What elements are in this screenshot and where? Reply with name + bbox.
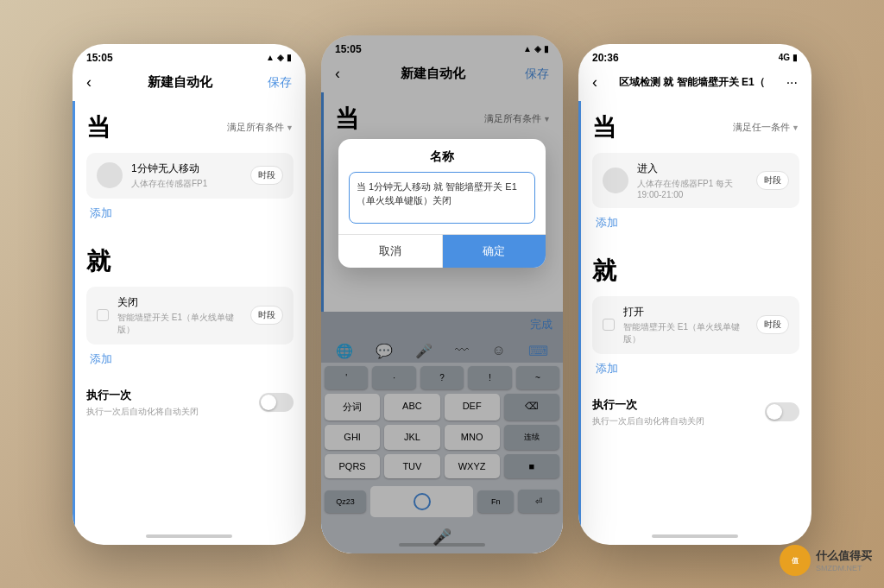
home-indicator-right xyxy=(578,528,811,545)
rule-time-btn-then[interactable]: 时段 xyxy=(250,306,283,325)
when-rule-item-right[interactable]: 进入 人体存在传感器FP1 每天 19:00-21:00 时段 xyxy=(592,153,799,208)
checkbox-open[interactable] xyxy=(603,319,615,331)
nav-title-right: 区域检测 就 智能墙壁开关 E1（ xyxy=(619,75,765,90)
execute-toggle-right[interactable] xyxy=(765,402,799,421)
then-title-right: 就 xyxy=(592,255,616,288)
add-then-btn[interactable]: 添加 xyxy=(90,351,294,367)
rule-icon-motion xyxy=(97,162,123,188)
then-rule-sub: 智能墙壁开关 E1（单火线单键版） xyxy=(117,312,242,336)
dialog-textarea[interactable]: 当 1分钟无人移动 就 智能墙壁开关 E1（单火线单键版）关闭 xyxy=(349,172,535,224)
execute-toggle-left[interactable] xyxy=(259,393,294,412)
rename-dialog: 名称 当 1分钟无人移动 就 智能墙壁开关 E1（单火线单键版）关闭 取消 确定 xyxy=(338,139,546,268)
when-rule-item-left[interactable]: 1分钟无人移动 人体存在传感器FP1 时段 xyxy=(86,153,294,199)
save-button-left[interactable]: 保存 xyxy=(268,75,292,91)
then-title-left: 就 xyxy=(86,245,110,278)
dialog-buttons: 取消 确定 xyxy=(338,234,546,268)
phone-right: 20:36 4G ▮ ‹ 区域检测 就 智能墙壁开关 E1（ ··· 当 满足任… xyxy=(578,44,811,545)
rule-icon-enter xyxy=(603,168,628,193)
dialog-overlay: 名称 当 1分钟无人移动 就 智能墙壁开关 E1（单火线单键版）关闭 取消 确定 xyxy=(321,35,563,553)
when-condition-left: 满足所有条件 ▼ xyxy=(227,121,294,134)
nav-title-left: 新建自动化 xyxy=(148,74,212,91)
add-then-btn-right[interactable]: 添加 xyxy=(596,361,799,376)
rule-time-btn-then-right[interactable]: 时段 xyxy=(756,315,789,334)
more-button-right[interactable]: ··· xyxy=(786,75,798,91)
then-section-header: 就 xyxy=(86,245,294,278)
nav-bar-left: ‹ 新建自动化 保存 xyxy=(73,68,306,101)
rule-time-btn-when-right[interactable]: 时段 xyxy=(756,171,789,190)
phones-container: 15:05 ▲ ◈ ▮ ‹ 新建自动化 保存 当 满足所有条件 xyxy=(0,0,884,588)
rule-main-enter: 进入 xyxy=(637,161,748,176)
checkbox-close[interactable] xyxy=(97,309,109,321)
when-condition-right: 满足任一条件 ▼ xyxy=(733,121,799,134)
watermark-logo: 值 xyxy=(780,545,811,576)
then-rule-item-right[interactable]: 打开 智能墙壁开关 E1（单火线单键版） 时段 xyxy=(592,296,799,354)
status-bar-right: 20:36 4G ▮ xyxy=(578,44,811,68)
watermark-main-text: 什么值得买 xyxy=(816,548,872,564)
execute-title-right: 执行一次 xyxy=(592,397,704,413)
status-icons-right: 4G ▮ xyxy=(779,53,798,62)
when-section-header: 当 满足所有条件 ▼ xyxy=(86,111,294,144)
when-section-right: 当 满足任一条件 ▼ xyxy=(592,111,799,144)
rule-main-motion: 1分钟无人移动 xyxy=(131,161,242,176)
watermark-sub-text: SMZDM.NET xyxy=(816,564,872,572)
phone-center: 15:05 ▲ ◈ ▮ ‹ 新建自动化 保存 当 满足所有条件 xyxy=(321,35,563,553)
dialog-confirm-btn[interactable]: 确定 xyxy=(443,235,546,268)
rule-sub-motion: 人体存在传感器FP1 xyxy=(131,178,242,190)
execute-section-left: 执行一次 执行一次后自动化将自动关闭 xyxy=(86,388,294,418)
home-indicator-left xyxy=(73,528,306,545)
then-rule-main-right: 打开 xyxy=(623,305,748,319)
add-when-btn[interactable]: 添加 xyxy=(90,205,294,221)
status-bar-left: 15:05 ▲ ◈ ▮ xyxy=(73,44,306,68)
status-time-right: 20:36 xyxy=(592,52,619,64)
dialog-title: 名称 xyxy=(338,139,546,172)
when-title-left: 当 xyxy=(86,111,110,144)
then-rule-sub-right: 智能墙壁开关 E1（单火线单键版） xyxy=(623,321,748,345)
when-title-right: 当 xyxy=(592,111,616,144)
execute-title-left: 执行一次 xyxy=(86,388,199,403)
rule-time-btn-when[interactable]: 时段 xyxy=(250,166,283,185)
status-time-left: 15:05 xyxy=(86,52,113,64)
execute-desc-left: 执行一次后自动化将自动关闭 xyxy=(86,406,199,418)
then-section-right: 就 xyxy=(592,255,799,288)
dialog-cancel-btn[interactable]: 取消 xyxy=(338,235,443,268)
status-icons-left: ▲ ◈ ▮ xyxy=(266,53,292,62)
execute-section-right: 执行一次 执行一次后自动化将自动关闭 xyxy=(592,397,799,427)
add-when-btn-right[interactable]: 添加 xyxy=(596,215,799,231)
watermark: 值 什么值得买 SMZDM.NET xyxy=(780,545,872,576)
rule-sub-enter: 人体存在传感器FP1 每天 19:00-21:00 xyxy=(637,178,748,199)
back-button-right[interactable]: ‹ xyxy=(592,73,597,92)
then-rule-main: 关闭 xyxy=(117,295,242,310)
then-rule-item-left[interactable]: 关闭 智能墙壁开关 E1（单火线单键版） 时段 xyxy=(86,287,294,345)
nav-bar-right: ‹ 区域检测 就 智能墙壁开关 E1（ ··· xyxy=(578,68,811,101)
execute-desc-right: 执行一次后自动化将自动关闭 xyxy=(592,415,704,427)
back-button-left[interactable]: ‹ xyxy=(86,73,92,92)
phone-left: 15:05 ▲ ◈ ▮ ‹ 新建自动化 保存 当 满足所有条件 xyxy=(73,44,306,545)
